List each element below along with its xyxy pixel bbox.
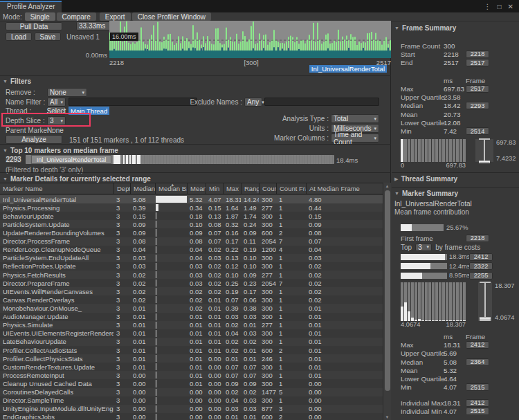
- frame-jump-button[interactable]: 2515: [466, 383, 489, 391]
- top-n-dropdown[interactable]: 3▾: [415, 244, 432, 251]
- foldout-open-icon: ▼: [3, 148, 8, 153]
- table-row[interactable]: EndGraphicsJobs30.000.000.000.010.016002…: [0, 413, 383, 420]
- table-row[interactable]: Physics.Processing30.390.340.151.641.492…: [0, 203, 383, 212]
- close-icon[interactable]: ✕: [508, 3, 513, 10]
- frame-duration-chart[interactable]: [109, 21, 391, 58]
- mode-single-button[interactable]: Single: [25, 12, 55, 21]
- table-row[interactable]: ParticleSystem.EndUpdateAll30.030.040.03…: [0, 254, 383, 262]
- top10-header[interactable]: ▼ Top 10 markers on median frame: [3, 147, 118, 154]
- column-header-mean[interactable]: Mean: [187, 183, 206, 194]
- table-row[interactable]: Director.ProcessFrame30.080.080.070.170.…: [0, 237, 383, 246]
- analyze-button[interactable]: Analyze: [6, 135, 62, 144]
- frame-jump-button[interactable]: 2517: [466, 59, 489, 66]
- thread-select-button[interactable]: Select: [47, 107, 66, 115]
- frame-jump-button[interactable]: 2514: [466, 127, 489, 135]
- table-row[interactable]: UpdateRendererBoundingVolumes30.090.090.…: [0, 228, 383, 237]
- table-row[interactable]: Monobehaviour.OnMouse_30.010.020.010.390…: [0, 304, 383, 312]
- table-cell: Canvas.RenderOverlays: [0, 295, 113, 304]
- table-row[interactable]: Physics.FetchResults30.020.030.020.100.0…: [0, 271, 383, 279]
- table-row[interactable]: BehaviourUpdate30.150.180.131.871.743001…: [0, 212, 383, 220]
- name-filter-input[interactable]: [69, 98, 197, 106]
- table-row[interactable]: Director.PrepareFrame30.020.030.020.250.…: [0, 279, 383, 287]
- table-row[interactable]: CustomRenderTextures.Update30.010.010.00…: [0, 363, 383, 371]
- table-row[interactable]: AudioManager.Update30.010.010.010.030.03…: [0, 313, 383, 321]
- frame-jump-button[interactable]: 2293: [466, 102, 489, 109]
- frame-summary-header[interactable]: ▼ Frame Summary: [392, 24, 519, 32]
- scroll-up-icon[interactable]: ▲: [383, 183, 391, 190]
- mode-compare-button[interactable]: Compare: [57, 12, 96, 21]
- frame-jump-button[interactable]: 2255: [469, 272, 493, 280]
- column-header-range[interactable]: Range: [241, 183, 259, 194]
- thread-summary-header[interactable]: ▶ Thread Summary: [392, 175, 519, 183]
- column-header-median-bar[interactable]: Median Bar▴: [155, 183, 187, 194]
- table-row[interactable]: LateBehaviourUpdate30.010.010.010.020.02…: [0, 338, 383, 346]
- table-row[interactable]: ProcessRemoteInput30.000.010.000.070.073…: [0, 371, 383, 379]
- column-header-max[interactable]: Max: [223, 183, 241, 194]
- frame-jump-button[interactable]: 2515: [466, 408, 489, 415]
- frame-jump-button[interactable]: 2412: [469, 253, 493, 261]
- table-row[interactable]: Inl_UniversalRenderTotal35.085.324.0718.…: [0, 195, 383, 203]
- first-frame-button[interactable]: 2218: [466, 235, 489, 242]
- exclude-names-input[interactable]: [264, 98, 379, 106]
- frame-jump-button[interactable]: 2517: [466, 85, 489, 93]
- histogram-fill: [418, 319, 421, 321]
- menu-icon[interactable]: ⋮: [484, 3, 491, 10]
- table-scrollbar[interactable]: ▲ ▼: [383, 183, 391, 420]
- table-row[interactable]: Director.SampleTime30.000.000.000.040.03…: [0, 396, 383, 405]
- marker-details-header[interactable]: ▼ Marker Details for currently selected …: [3, 175, 151, 183]
- summary-row: Lower Quartile12.08: [392, 118, 519, 127]
- column-header-depth[interactable]: Depth: [113, 183, 130, 194]
- table-row[interactable]: CoroutinesDelayedCalls30.000.000.000.020…: [0, 388, 383, 396]
- table-cell: 0.00: [130, 388, 155, 396]
- frame-jump-button[interactable]: 2364: [466, 358, 489, 366]
- load-button[interactable]: Load: [6, 33, 32, 41]
- histogram-bucket: [446, 139, 448, 162]
- name-filter-mode-dropdown[interactable]: All▾: [47, 98, 66, 107]
- table-row[interactable]: Canvas.RenderOverlays30.020.020.010.070.…: [0, 295, 383, 304]
- depth-slice-dropdown[interactable]: 3▾: [47, 116, 66, 125]
- summary-panel: ▼ Frame Summary Frame Count300Start22182…: [392, 21, 519, 420]
- frame-jump-button[interactable]: 2412: [466, 341, 489, 349]
- column-header-count-frame[interactable]: Count Frame: [276, 183, 306, 194]
- tab-profile-analyzer[interactable]: Profile Analyzer: [0, 1, 62, 12]
- close-profiler-button[interactable]: Close Profiler Window: [132, 12, 211, 21]
- table-header-row[interactable]: Marker NameDepthMedianMedian Bar▴MeanMin…: [0, 183, 383, 194]
- frame-jump-button[interactable]: 2412: [466, 399, 489, 407]
- maximize-icon[interactable]: □: [498, 3, 502, 10]
- table-row[interactable]: Profiler.CollectPhysicsStats30.010.010.0…: [0, 354, 383, 363]
- column-header-marker-name[interactable]: Marker Name: [0, 183, 113, 194]
- remove-dropdown[interactable]: None▾: [47, 88, 87, 97]
- table-row[interactable]: RenderLoop.CleanupNodeQueue30.040.040.02…: [0, 246, 383, 254]
- table-row[interactable]: UIEvents.UIElementsRegisterRenderers30.0…: [0, 329, 383, 338]
- frame-jump-button[interactable]: 2322: [469, 262, 493, 270]
- table-row[interactable]: Physics.Simulate30.010.010.010.020.01277…: [0, 321, 383, 329]
- column-header-at-median-frame[interactable]: At Median Frame: [306, 183, 383, 194]
- median-bar-fill: [156, 204, 158, 211]
- median-bar-cell: [155, 279, 187, 287]
- table-cell: 1: [276, 304, 306, 312]
- exclude-mode-dropdown[interactable]: Any▾: [244, 98, 262, 107]
- scroll-down-icon[interactable]: ▼: [383, 414, 391, 420]
- column-header-min[interactable]: Min: [206, 183, 223, 194]
- save-button[interactable]: Save: [35, 33, 61, 41]
- pull-data-button[interactable]: Pull Data: [6, 22, 62, 30]
- table-row[interactable]: UnityEngine.InputModule.dll!UnityEngineI…: [0, 405, 383, 413]
- top10-frame-button[interactable]: 2293: [5, 155, 22, 163]
- table-row[interactable]: UIEvents.WillRenderCanvases30.020.020.02…: [0, 287, 383, 295]
- table-cell: 0.02: [306, 287, 383, 295]
- export-button[interactable]: Export: [100, 12, 131, 21]
- scrollbar-thumb[interactable]: [385, 190, 390, 391]
- frame-jump-button[interactable]: 2218: [466, 51, 489, 58]
- chevron-down-icon: ▾: [371, 136, 376, 141]
- table-row[interactable]: Cleanup Unused Cached Data30.000.010.000…: [0, 379, 383, 387]
- column-header-median[interactable]: Median: [130, 183, 155, 194]
- table-cell: 3: [113, 321, 130, 329]
- table-row[interactable]: ParticleSystem.Update30.090.100.080.320.…: [0, 220, 383, 228]
- column-header-count[interactable]: Count: [259, 183, 276, 194]
- filters-header[interactable]: ▼ Filters: [3, 77, 31, 85]
- analysis-type-dropdown[interactable]: Total▾: [331, 114, 379, 123]
- table-row[interactable]: ReflectionProbes.Update30.030.030.020.12…: [0, 262, 383, 271]
- marker-columns-dropdown[interactable]: Time and Count▾: [331, 134, 379, 143]
- marker-summary-header[interactable]: ▼ Marker Summary: [392, 190, 519, 198]
- table-row[interactable]: Profiler.CollectAudioStats30.010.010.010…: [0, 346, 383, 354]
